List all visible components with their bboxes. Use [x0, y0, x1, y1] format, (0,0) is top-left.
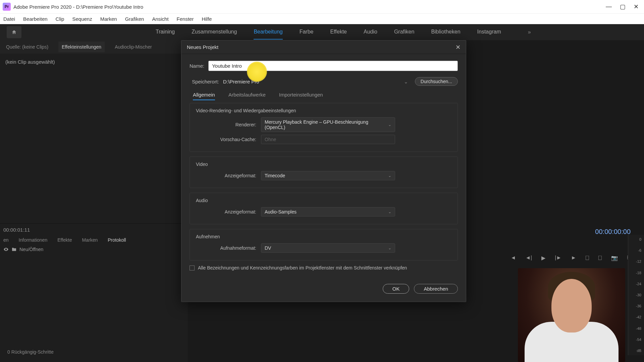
folder-icon: [11, 247, 17, 252]
group-video-title: Video: [196, 162, 451, 167]
transport-controls: ◄ ◄| ▶ |► ► ⎕ ⎕ 📷 ⎘: [511, 255, 631, 261]
home-icon: [11, 29, 17, 35]
dialog-close-button[interactable]: ✕: [455, 44, 461, 51]
menu-marken[interactable]: Marken: [100, 16, 117, 22]
tab-audioclip-mischer[interactable]: Audioclip-Mischer: [111, 42, 155, 52]
cache-value: Ohne: [265, 137, 276, 142]
tab-arbeitslaufwerke[interactable]: Arbeitslaufwerke: [228, 92, 266, 100]
workspace-instagram[interactable]: Instagram: [477, 25, 501, 40]
no-clip-label: (kein Clip ausgewählt): [0, 54, 188, 70]
workspace-overflow[interactable]: »: [528, 29, 531, 35]
meter-tick: -12: [630, 259, 643, 263]
video-format-label: Anzeigeformat:: [196, 173, 256, 178]
workspace-bearbeitung[interactable]: Bearbeitung: [254, 25, 282, 40]
titlebar: Pr Adobe Premiere Pro 2020 - D:\Premiere…: [0, 0, 644, 13]
menu-datei[interactable]: Datei: [3, 16, 15, 22]
capture-format-dropdown[interactable]: DV ⌄: [261, 243, 395, 253]
meter-tick: 0: [630, 237, 643, 241]
meter-tick: -36: [630, 304, 643, 308]
capture-format-value: DV: [265, 245, 271, 251]
cancel-button[interactable]: Abbrechen: [414, 284, 458, 294]
source-timecode[interactable]: 00:00:01:11: [0, 224, 188, 236]
workspace-bibliotheken[interactable]: Bibliotheken: [431, 25, 460, 40]
video-format-dropdown[interactable]: Timecode ⌄: [261, 171, 395, 180]
menu-fenster[interactable]: Fenster: [177, 16, 194, 22]
maximize-button[interactable]: ▢: [620, 3, 626, 10]
chevron-down-icon: ⌄: [388, 246, 391, 250]
menu-hilfe[interactable]: Hilfe: [202, 16, 212, 22]
app-icon: Pr: [3, 3, 11, 11]
eye-icon: [3, 247, 9, 252]
location-select[interactable]: D:\Premiere Pro ⌄: [223, 77, 411, 86]
chevron-down-icon: ⌄: [404, 79, 408, 85]
menu-ansicht[interactable]: Ansicht: [152, 16, 168, 22]
menu-sequenz[interactable]: Sequenz: [72, 16, 92, 22]
tab-marken[interactable]: Marken: [82, 237, 98, 243]
menu-bearbeiten[interactable]: Bearbeiten: [23, 16, 48, 22]
step-back-button[interactable]: ◄|: [525, 255, 532, 261]
new-project-dialog: Neues Projekt ✕ Name: Youtube Intro Spei…: [181, 40, 466, 302]
renderer-dropdown[interactable]: Mercury Playback Engine – GPU-Beschleuni…: [261, 117, 395, 132]
location-label: Speicherort:: [190, 79, 219, 84]
workspace-training[interactable]: Training: [156, 25, 175, 40]
tab-protokoll[interactable]: Protokoll: [108, 237, 126, 243]
project-name-input[interactable]: Youtube Intro: [208, 61, 458, 71]
snapshot-button[interactable]: 📷: [611, 255, 618, 261]
workspace-grafiken[interactable]: Grafiken: [394, 25, 414, 40]
tab-en[interactable]: en: [3, 237, 9, 243]
ok-button[interactable]: OK: [383, 284, 410, 294]
tab-importeinstellungen[interactable]: Importeinstellungen: [279, 92, 323, 100]
window-title: Adobe Premiere Pro 2020 - D:\Premiere Pr…: [13, 4, 143, 10]
dialog-title: Neues Projekt: [187, 44, 218, 50]
mark-out-button[interactable]: ⎕: [598, 255, 602, 261]
tab-effekteinstellungen[interactable]: Effekteinstellungen: [58, 42, 105, 52]
next-frame-button[interactable]: ►: [571, 255, 576, 261]
chevron-down-icon: ⌄: [388, 209, 391, 214]
group-rendering: Video-Rendering- und Wiedergabeeinstellu…: [190, 103, 458, 152]
meter-tick: -24: [630, 282, 643, 286]
workspace-farbe[interactable]: Farbe: [300, 25, 314, 40]
group-rendering-title: Video-Rendering- und Wiedergabeeinstellu…: [196, 108, 451, 113]
audio-format-dropdown[interactable]: Audio-Samples ⌄: [261, 207, 395, 217]
workspace-effekte[interactable]: Effekte: [330, 25, 347, 40]
mark-in-button[interactable]: ⎕: [586, 255, 589, 261]
capture-format-label: Aufnahmeformat:: [196, 245, 256, 251]
tab-quelle[interactable]: Quelle: (keine Clips): [3, 42, 52, 52]
audio-format-value: Audio-Samples: [265, 209, 297, 215]
dialog-tabs: Allgemein Arbeitslaufwerke Importeinstel…: [193, 92, 458, 100]
link-labels-checkbox[interactable]: [190, 265, 195, 270]
renderer-label: Renderer:: [196, 122, 256, 127]
prev-frame-button[interactable]: ◄: [511, 255, 516, 261]
group-audio-title: Audio: [196, 198, 451, 203]
group-audio: Audio Anzeigeformat: Audio-Samples ⌄: [190, 193, 458, 224]
workspace-zusammenstellung[interactable]: Zusammenstellung: [192, 25, 237, 40]
link-labels-label: Alle Bezeichnungen und Kennzeichnungsfar…: [198, 265, 407, 270]
cache-label: Vorschau-Cache:: [196, 137, 256, 142]
meter-tick: dB: [630, 349, 643, 353]
minimize-button[interactable]: —: [606, 3, 612, 10]
close-window-button[interactable]: ✕: [634, 3, 639, 10]
play-button[interactable]: ▶: [541, 255, 545, 261]
workspace-audio[interactable]: Audio: [364, 25, 377, 40]
step-fwd-button[interactable]: |►: [555, 255, 561, 261]
group-capture-title: Aufnehmen: [196, 234, 451, 239]
video-format-value: Timecode: [265, 173, 285, 178]
menubar: Datei Bearbeiten Clip Sequenz Marken Gra…: [0, 13, 644, 24]
name-label: Name:: [190, 63, 204, 69]
menu-grafiken[interactable]: Grafiken: [125, 16, 144, 22]
webcam-overlay: [518, 268, 625, 362]
new-open-row[interactable]: Neu/Öffnen: [0, 244, 188, 255]
meter-tick: -42: [630, 315, 643, 319]
source-panel-tabs: Quelle: (keine Clips) Effekteinstellunge…: [0, 40, 188, 54]
menu-clip[interactable]: Clip: [56, 16, 64, 22]
meter-tick: -54: [630, 338, 643, 342]
tab-informationen[interactable]: Informationen: [19, 237, 48, 243]
home-button[interactable]: [7, 26, 21, 38]
browse-button[interactable]: Durchsuchen...: [415, 77, 458, 86]
location-value: D:\Premiere Pro: [223, 79, 259, 84]
tab-allgemein[interactable]: Allgemein: [193, 92, 215, 100]
chevron-down-icon: ⌄: [388, 122, 391, 127]
program-timecode[interactable]: 00:00:00:00: [595, 228, 631, 236]
tab-effekte-lower[interactable]: Effekte: [57, 237, 72, 243]
meter-tick: -6: [630, 248, 643, 252]
